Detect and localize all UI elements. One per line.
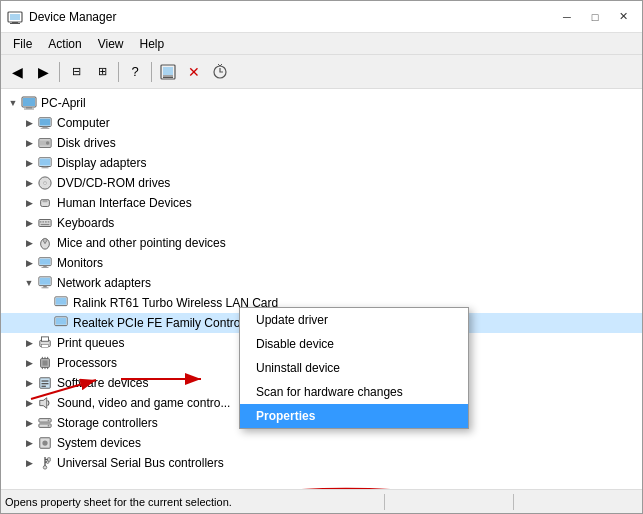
menu-help[interactable]: Help (132, 35, 173, 53)
tree-item-label-print: Print queues (57, 336, 124, 350)
svg-rect-15 (42, 127, 47, 128)
svg-rect-31 (42, 221, 44, 222)
sound-icon (37, 395, 53, 411)
tree-item-label-keyboards: Keyboards (57, 216, 114, 230)
expand-icon-sound[interactable]: ▶ (21, 395, 37, 411)
tree-root[interactable]: ▼ PC-April (1, 93, 642, 113)
svg-rect-64 (42, 386, 46, 387)
tree-item-monitors[interactable]: ▶ Monitors (1, 253, 642, 273)
svg-point-77 (43, 466, 47, 470)
hid-icon (37, 195, 53, 211)
menu-file[interactable]: File (5, 35, 40, 53)
svg-rect-44 (43, 286, 47, 288)
svg-rect-23 (42, 167, 49, 168)
tree-item-label-software: Software devices (57, 376, 148, 390)
main-content: ▼ PC-April ▶ (1, 89, 642, 489)
tree-item-usb[interactable]: ▶ Universal Serial Bus controllers (1, 453, 642, 473)
menu-view[interactable]: View (90, 35, 132, 53)
tree-item-keyboards[interactable]: ▶ Keyboards (1, 213, 642, 233)
expand-icon-storage[interactable]: ▶ (21, 415, 37, 431)
menu-action[interactable]: Action (40, 35, 89, 53)
properties-button[interactable] (156, 60, 180, 84)
processors-icon (37, 355, 53, 371)
expand-icon-usb[interactable]: ▶ (21, 455, 37, 471)
svg-point-68 (48, 420, 50, 422)
expand-icon-computer[interactable]: ▶ (21, 115, 37, 131)
svg-rect-12 (24, 109, 34, 110)
tree-item-system[interactable]: ▶ System devices (1, 433, 642, 453)
svg-rect-62 (42, 380, 49, 381)
expand-icon-monitors[interactable]: ▶ (21, 255, 37, 271)
window-controls: ─ □ ✕ (554, 6, 636, 28)
back-button[interactable]: ◀ (5, 60, 29, 84)
svg-point-26 (44, 182, 46, 184)
tree-item-label-sound: Sound, video and game contro... (57, 396, 230, 410)
expand-icon-disk[interactable]: ▶ (21, 135, 37, 151)
tree-item-hid[interactable]: ▶ Human Interface Devices (1, 193, 642, 213)
expand-icon-dvd[interactable]: ▶ (21, 175, 37, 191)
status-separator-2 (513, 494, 514, 510)
svg-rect-10 (23, 98, 35, 106)
svg-rect-63 (42, 383, 49, 384)
help-button[interactable]: ? (123, 60, 147, 84)
tree-item-dvd[interactable]: ▶ DVD/CD-ROM drives (1, 173, 642, 193)
scan-button[interactable] (208, 60, 232, 84)
tree-item-display[interactable]: ▶ Display adapters (1, 153, 642, 173)
status-bar: Opens property sheet for the current sel… (1, 489, 642, 513)
svg-rect-40 (43, 266, 47, 267)
maximize-button[interactable]: □ (582, 6, 608, 28)
tree-item-computer[interactable]: ▶ Computer (1, 113, 642, 133)
tree-item-label-usb: Universal Serial Bus controllers (57, 456, 224, 470)
remove-button[interactable]: ✕ (182, 60, 206, 84)
expand-button[interactable]: ⊞ (90, 60, 114, 84)
expand-icon-hid[interactable]: ▶ (21, 195, 37, 211)
expand-icon-network[interactable]: ▼ (21, 275, 37, 291)
expand-icon-software[interactable]: ▶ (21, 375, 37, 391)
tree-item-label-dvd: DVD/CD-ROM drives (57, 176, 170, 190)
context-menu-scan-changes[interactable]: Scan for hardware changes (240, 380, 468, 404)
computer-icon (21, 95, 37, 111)
svg-rect-54 (42, 360, 47, 365)
window-icon (7, 9, 23, 25)
expand-icon-mice[interactable]: ▶ (21, 235, 37, 251)
print-icon (37, 335, 53, 351)
svg-rect-30 (40, 221, 42, 222)
ralink-icon (53, 295, 69, 311)
expand-icon-system[interactable]: ▶ (21, 435, 37, 451)
expand-icon-print[interactable]: ▶ (21, 335, 37, 351)
context-menu-properties[interactable]: Properties (240, 404, 468, 428)
svg-point-69 (48, 425, 50, 427)
svg-rect-39 (40, 259, 51, 265)
expand-icon-keyboards[interactable]: ▶ (21, 215, 37, 231)
tree-item-disk[interactable]: ▶ Disk drives (1, 133, 642, 153)
svg-rect-29 (39, 220, 51, 227)
expand-icon-processors[interactable]: ▶ (21, 355, 37, 371)
tree-item-network[interactable]: ▼ Network adapters (1, 273, 642, 293)
expand-icon-display[interactable]: ▶ (21, 155, 37, 171)
collapse-button[interactable]: ⊟ (64, 60, 88, 84)
close-button[interactable]: ✕ (610, 6, 636, 28)
network-icon (37, 275, 53, 291)
svg-rect-22 (43, 167, 47, 168)
context-menu-update-driver[interactable]: Update driver (240, 308, 468, 332)
tree-panel[interactable]: ▼ PC-April ▶ (1, 89, 642, 489)
svg-rect-1 (10, 14, 20, 20)
svg-rect-43 (40, 278, 51, 285)
forward-button[interactable]: ▶ (31, 60, 55, 84)
tree-item-label-mice: Mice and other pointing devices (57, 236, 226, 250)
tree-item-label-monitors: Monitors (57, 256, 103, 270)
tree-item-label-computer: Computer (57, 116, 110, 130)
context-menu-disable-device[interactable]: Disable device (240, 332, 468, 356)
svg-rect-47 (56, 298, 67, 305)
device-manager-window: Device Manager ─ □ ✕ File Action View He… (0, 0, 643, 514)
expand-icon-root[interactable]: ▼ (5, 95, 21, 111)
tree-item-mice[interactable]: ▶ Mice and other pointing devices (1, 233, 642, 253)
context-menu-uninstall-device[interactable]: Uninstall device (240, 356, 468, 380)
tree-item-label-display: Display adapters (57, 156, 146, 170)
dvd-icon (37, 175, 53, 191)
toolbar: ◀ ▶ ⊟ ⊞ ? ✕ (1, 55, 642, 89)
expand-icon-ralink (37, 295, 53, 311)
usb-icon (37, 455, 53, 471)
minimize-button[interactable]: ─ (554, 6, 580, 28)
status-pane-2 (518, 490, 638, 513)
